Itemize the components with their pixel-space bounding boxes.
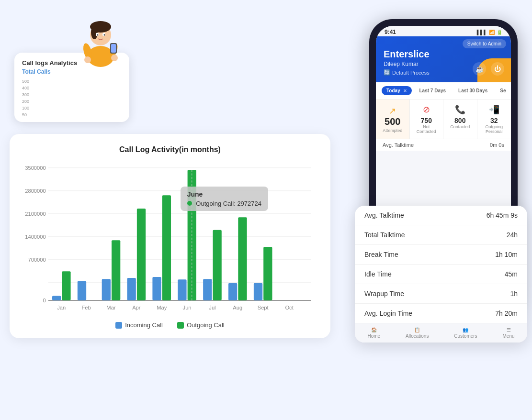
incoming-dot — [115, 322, 122, 329]
power-icon[interactable]: ⏻ — [491, 62, 504, 76]
svg-text:May: May — [157, 305, 167, 310]
chart-area: June Outgoing Call: 2972724 3500000 2800… — [24, 163, 316, 316]
svg-text:Apr: Apr — [132, 305, 141, 310]
nav-allocations[interactable]: 📋 Allocations — [406, 327, 429, 339]
bar-chart-svg: 3500000 2800000 2100000 1400000 700000 0… — [24, 163, 316, 316]
svg-text:3500000: 3500000 — [25, 165, 46, 171]
avg-talktime-value-phone: 0m 0s — [490, 142, 504, 148]
status-bar: 9:41 ▌▌▌ 📶 🔋 — [376, 26, 511, 36]
contacted-label: Contacted — [446, 124, 474, 129]
wifi-icon: 📶 — [489, 30, 495, 35]
stat-outgoing-personal: 📲 32 Outgoing Personal — [477, 99, 511, 139]
detail-label: Total Talktime — [364, 231, 405, 239]
svg-text:Sept: Sept — [258, 305, 269, 310]
close-tab-icon[interactable]: ✕ — [403, 88, 407, 93]
customers-label: Customers — [454, 333, 477, 339]
svg-rect-39 — [162, 195, 171, 300]
attempted-arrow-icon: ↗ — [389, 106, 396, 116]
svg-rect-30 — [78, 281, 86, 300]
nav-menu[interactable]: ☰ Menu — [503, 327, 515, 339]
outgoing-personal-number: 32 — [480, 117, 509, 124]
tab-last30days[interactable]: Last 30 Days — [453, 86, 492, 95]
menu-label: Menu — [503, 333, 515, 339]
phone-header: Switch to Admin Enterslice Dileep Kumar … — [376, 36, 511, 82]
today-label: Today — [386, 88, 400, 93]
person-illustration — [69, 9, 132, 71]
detail-value: 45m — [505, 270, 518, 278]
detail-label: Wrapup Time — [364, 290, 404, 298]
outgoing-personal-icon: 📲 — [480, 104, 509, 115]
svg-text:2100000: 2100000 — [25, 211, 46, 217]
legend-outgoing: Outgoing Call — [177, 321, 225, 329]
allocations-icon: 📋 — [414, 327, 420, 332]
svg-text:Jan: Jan — [57, 305, 66, 310]
switch-admin-button[interactable]: Switch to Admin — [463, 39, 506, 48]
svg-rect-47 — [228, 283, 237, 300]
avg-talktime-label-phone: Avg. Talktime — [383, 142, 414, 148]
coffee-icon[interactable]: ☕ — [473, 62, 486, 76]
detail-label: Idle Time — [364, 270, 392, 278]
detail-idle-time: Idle Time 45m — [355, 265, 527, 284]
svg-rect-36 — [137, 209, 146, 300]
phone-time: 9:41 — [385, 29, 396, 35]
home-icon: 🏠 — [371, 327, 377, 332]
detail-avg-login-time: Avg. Login Time 7h 20m — [355, 304, 527, 323]
nav-home[interactable]: 🏠 Home — [367, 327, 380, 339]
svg-rect-27 — [52, 296, 61, 300]
main-chart-title: Call Log Activity(in months) — [24, 145, 316, 154]
not-contacted-number: 750 — [413, 117, 441, 124]
detail-break-time: Break Time 1h 10m — [355, 245, 527, 265]
home-label: Home — [367, 333, 380, 339]
menu-icon: ☰ — [507, 327, 511, 332]
tab-today[interactable]: Today ✕ — [382, 86, 412, 95]
signal-icon: ▌▌▌ — [477, 30, 487, 35]
header-icons: ☕ ⏻ — [473, 62, 504, 76]
svg-point-7 — [104, 34, 105, 36]
svg-rect-28 — [62, 271, 70, 300]
avg-talktime-row: Avg. Talktime 0m 0s — [376, 139, 511, 151]
svg-point-13 — [111, 55, 118, 61]
tab-select[interactable]: Se — [495, 86, 510, 95]
stat-attempted: ↗ 500 Attempted — [376, 99, 410, 139]
contacted-number: 800 — [446, 117, 474, 124]
not-contacted-icon: ⊘ — [413, 104, 441, 115]
contacted-icon: 📞 — [446, 104, 474, 115]
svg-rect-41 — [178, 279, 186, 300]
outgoing-label: Outgoing Call — [187, 321, 225, 329]
detail-value: 1h — [510, 290, 518, 298]
detail-card: Avg. Talktime 6h 45m 9s Total Talktime 2… — [355, 206, 527, 343]
svg-text:Aug: Aug — [233, 305, 242, 310]
svg-text:Oct: Oct — [285, 305, 294, 310]
attempted-label: Attempted — [383, 128, 402, 133]
detail-label: Avg. Talktime — [364, 211, 404, 219]
svg-text:Jun: Jun — [183, 305, 192, 310]
svg-text:Feb: Feb — [81, 305, 91, 310]
incoming-label: Incoming Call — [125, 321, 163, 329]
detail-value: 6h 45m 9s — [487, 211, 518, 219]
detail-avg-talktime: Avg. Talktime 6h 45m 9s — [355, 206, 527, 225]
svg-rect-38 — [152, 277, 161, 300]
stat-contacted: 📞 800 Contacted — [443, 99, 477, 139]
attempted-number: 500 — [385, 116, 400, 127]
outgoing-dot — [177, 322, 184, 329]
detail-value: 7h 20m — [495, 309, 518, 317]
mini-bar-chart — [31, 79, 45, 117]
tab-last7days[interactable]: Last 7 Days — [415, 86, 451, 95]
y-axis-labels: 500 400 300 200 100 50 — [22, 79, 29, 117]
stats-grid: ↗ 500 Attempted ⊘ 750 Not Contacted 📞 80… — [376, 99, 511, 139]
svg-point-3 — [91, 26, 98, 39]
svg-rect-35 — [127, 278, 136, 300]
svg-rect-48 — [238, 217, 247, 300]
customers-icon: 👥 — [463, 327, 468, 332]
chart-legend: Incoming Call Outgoing Call — [24, 321, 316, 329]
svg-rect-51 — [263, 247, 272, 300]
svg-text:0: 0 — [43, 298, 46, 303]
nav-customers[interactable]: 👥 Customers — [454, 327, 477, 339]
allocations-label: Allocations — [406, 333, 429, 339]
svg-text:Mar: Mar — [106, 305, 115, 310]
not-contacted-label: Not Contacted — [413, 124, 441, 134]
detail-total-talktime: Total Talktime 24h — [355, 225, 527, 245]
detail-label: Avg. Login Time — [364, 309, 412, 317]
bottom-nav: 🏠 Home 📋 Allocations 👥 Customers ☰ Menu — [355, 323, 527, 343]
svg-rect-11 — [111, 44, 116, 53]
